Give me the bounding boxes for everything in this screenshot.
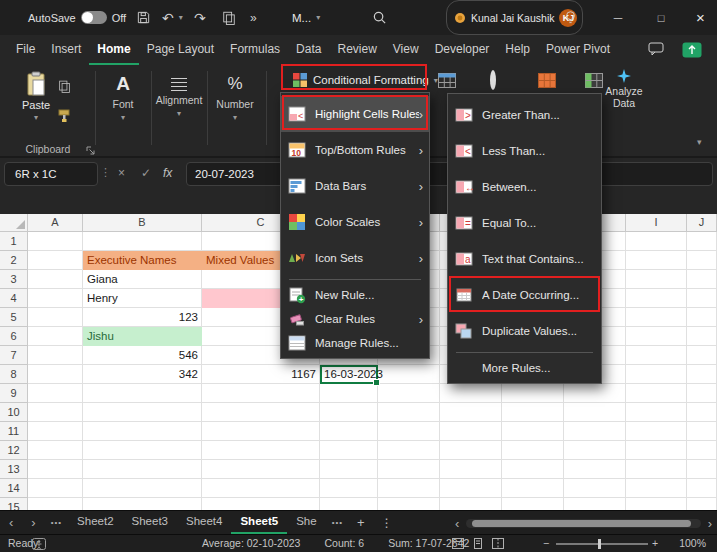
page-layout-view-icon[interactable] — [472, 538, 484, 551]
row-header-9[interactable]: 9 — [0, 384, 28, 403]
cell-B8[interactable]: 342 — [83, 365, 202, 384]
menu-item-manage-rules[interactable]: Manage Rules... — [281, 331, 429, 355]
tab-help[interactable]: Help — [497, 35, 538, 65]
menu-item-more-rules[interactable]: More Rules... — [448, 356, 601, 380]
analyze-data-button[interactable]: Analyze Data — [594, 69, 654, 109]
zoom-slider-track[interactable] — [556, 543, 648, 545]
row-header-3[interactable]: 3 — [0, 270, 28, 289]
row-header-13[interactable]: 13 — [0, 460, 28, 479]
select-all-corner[interactable] — [0, 214, 28, 232]
row-header-15[interactable]: 15 — [0, 498, 28, 510]
column-header-B[interactable]: B — [83, 214, 202, 232]
cancel-icon[interactable]: × — [118, 166, 125, 180]
autosave-control[interactable]: AutoSave Off — [28, 0, 126, 35]
column-header-I[interactable]: I — [626, 214, 687, 232]
row-header-4[interactable]: 4 — [0, 289, 28, 308]
menu-item-new-rule[interactable]: +New Rule... — [281, 283, 429, 307]
row-header-10[interactable]: 10 — [0, 403, 28, 422]
paste-button[interactable]: Paste ▾ — [16, 71, 56, 122]
menu-item-between[interactable]: ↔Between... — [448, 169, 601, 205]
tab-home[interactable]: Home — [89, 35, 138, 65]
tab-page-layout[interactable]: Page Layout — [139, 35, 222, 65]
tab-power-pivot[interactable]: Power Pivot — [538, 35, 618, 65]
enter-check-icon[interactable]: ✓ — [141, 166, 151, 180]
quick-copy-button[interactable] — [222, 0, 236, 35]
horizontal-scrollbar[interactable]: ‹ › — [452, 511, 715, 535]
tell-me-lightbulb-button[interactable] — [564, 0, 577, 35]
row-header-14[interactable]: 14 — [0, 479, 28, 498]
comments-button[interactable] — [648, 42, 664, 59]
tab-developer[interactable]: Developer — [427, 35, 498, 65]
scroll-right-icon[interactable]: › — [705, 516, 715, 531]
alignment-group-button[interactable]: Alignment ▾ — [152, 73, 206, 118]
copy-button[interactable] — [58, 79, 71, 96]
number-group-button[interactable]: % Number ▾ — [208, 73, 262, 122]
autosave-toggle[interactable] — [81, 11, 107, 24]
row-header-8[interactable]: 8 — [0, 365, 28, 384]
sheet-tab-sheet4[interactable]: Sheet4 — [177, 511, 231, 534]
menu-item-top-bottom-rules[interactable]: 10Top/Bottom Rules› — [281, 132, 429, 168]
cell-B6[interactable]: Jishu — [83, 327, 202, 346]
sheet-tab-sheet3[interactable]: Sheet3 — [123, 511, 177, 534]
sheet-nav-right-icon[interactable]: › — [22, 515, 44, 530]
menu-item-duplicate-values[interactable]: Duplicate Values... — [448, 313, 601, 349]
name-box[interactable]: 6R x 1C — [4, 162, 98, 186]
cells-group-button[interactable] — [538, 73, 556, 91]
font-group-button[interactable]: A Font ▾ — [96, 73, 150, 122]
sheet-options-dots-icon[interactable]: ⋮ — [373, 516, 401, 530]
sheet-nav-left-icon[interactable]: ‹ — [0, 515, 22, 530]
menu-item-equal-to[interactable]: =Equal To... — [448, 205, 601, 241]
cell-B4[interactable]: Henry — [83, 289, 202, 308]
menu-item-clear-rules[interactable]: Clear Rules› — [281, 307, 429, 331]
menu-item-color-scales[interactable]: Color Scales› — [281, 204, 429, 240]
tab-review[interactable]: Review — [329, 35, 384, 65]
menu-item-data-bars[interactable]: Data Bars› — [281, 168, 429, 204]
zoom-level[interactable]: 100% — [668, 537, 712, 549]
row-header-6[interactable]: 6 — [0, 327, 28, 346]
tab-view[interactable]: View — [385, 35, 427, 65]
close-button[interactable]: × — [684, 0, 717, 35]
zoom-slider-knob[interactable] — [598, 539, 601, 549]
undo-button[interactable]: ↶▾ — [162, 0, 183, 35]
cell-D8[interactable]: 16-03-2023 — [320, 365, 378, 384]
row-header-5[interactable]: 5 — [0, 308, 28, 327]
row-header-1[interactable]: 1 — [0, 232, 28, 251]
account-badge[interactable]: Kunal Jai Kaushik KJ — [446, 0, 583, 35]
zoom-out-button[interactable]: − — [543, 537, 549, 549]
quick-access-overflow-button[interactable]: » — [250, 0, 257, 35]
tab-data[interactable]: Data — [288, 35, 329, 65]
document-title-menu[interactable]: M... ▾ — [292, 0, 320, 35]
page-break-view-icon[interactable] — [492, 538, 504, 551]
column-header-J[interactable]: J — [687, 214, 717, 232]
sheet-tab-sheet5[interactable]: Sheet5 — [231, 511, 287, 534]
sheet-list-dots-left[interactable]: ••• — [45, 518, 68, 527]
menu-item-highlight-cells-rules[interactable]: <Highlight Cells Rules› — [281, 96, 429, 132]
row-header-11[interactable]: 11 — [0, 422, 28, 441]
sheet-tab-sheet2[interactable]: Sheet2 — [68, 511, 122, 534]
cell-styles-button[interactable] — [490, 73, 496, 87]
insert-function-icon[interactable]: fx — [163, 166, 172, 180]
cell-B5[interactable]: 123 — [83, 308, 202, 327]
redo-button[interactable]: ↷ — [194, 0, 206, 35]
row-header-7[interactable]: 7 — [0, 346, 28, 365]
sheet-tab-she[interactable]: She — [287, 511, 325, 534]
sheet-list-dots-right[interactable]: ••• — [326, 518, 349, 527]
new-sheet-button[interactable]: + — [349, 515, 373, 530]
row-header-2[interactable]: 2 — [0, 251, 28, 270]
search-button[interactable] — [372, 0, 387, 35]
restore-button[interactable]: □ — [641, 0, 681, 35]
scroll-left-icon[interactable]: ‹ — [452, 516, 462, 531]
minimize-button[interactable]: ─ — [598, 0, 638, 35]
save-button[interactable] — [136, 0, 151, 35]
menu-item-greater-than[interactable]: >Greater Than... — [448, 97, 601, 133]
zoom-in-button[interactable]: + — [652, 537, 658, 549]
ribbon-collapse-chevron[interactable]: ▾ — [697, 137, 702, 147]
column-header-A[interactable]: A — [28, 214, 83, 232]
row-header-12[interactable]: 12 — [0, 441, 28, 460]
cell-B2[interactable]: Executive Names — [83, 251, 202, 270]
format-painter-button[interactable] — [57, 109, 71, 126]
cell-B7[interactable]: 546 — [83, 346, 202, 365]
name-box-splitter[interactable]: ⋮ — [100, 166, 111, 179]
tab-file[interactable]: File — [8, 35, 43, 65]
scrollbar-thumb[interactable] — [472, 520, 690, 527]
